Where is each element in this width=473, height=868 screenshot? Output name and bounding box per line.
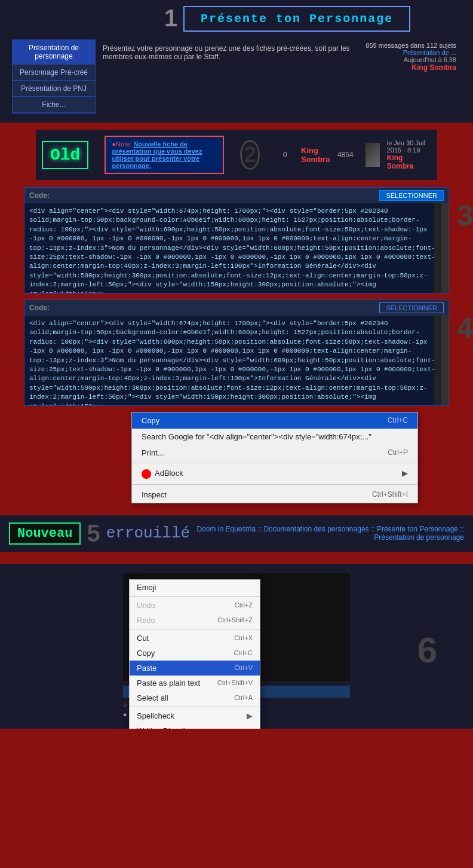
subforum-item-pre-cree[interactable]: Personnage Pré-créé <box>13 65 95 81</box>
code-block-3: Code: SÉLECTIONNER <div align="center"><… <box>24 187 449 294</box>
context-print-shortcut: Ctrl+P <box>388 448 408 457</box>
cm2-emoji-label: Emoji <box>137 583 156 592</box>
cm2-copy-shortcut: Ctrl+C <box>234 649 253 656</box>
section1-content: Présentation de personnage Personnage Pr… <box>12 39 461 114</box>
cm2-redo-shortcut: Ctrl+Shift+Z <box>217 616 253 624</box>
step4-number: 4 <box>457 311 473 344</box>
cm2-spellcheck[interactable]: Spellcheck ▶ <box>130 708 260 723</box>
cm2-div1 <box>130 596 260 597</box>
context-search-label: Search Google for "<div align="center"><… <box>142 432 371 441</box>
section3-wrapper: Code: SÉLECTIONNER <div align="center"><… <box>24 187 449 294</box>
post-count: 0 <box>276 151 294 159</box>
code-text-4: <div align="center"><div style="width:67… <box>29 320 435 405</box>
forum-stats: 859 messages dans 112 sujets <box>366 42 456 49</box>
opera-icon <box>142 469 151 479</box>
cm2-emoji[interactable]: Emoji <box>130 580 260 595</box>
subforum-list: Présentation de personnage Personnage Pr… <box>12 39 96 114</box>
select-btn-4[interactable]: SÉLECTIONNER <box>379 302 444 313</box>
context-inspect-shortcut: Ctrl+Shift+I <box>372 490 408 499</box>
subforum-item-presentation-personnage[interactable]: Présentation de personnage <box>13 40 95 65</box>
code-scrollbar-4[interactable] <box>434 316 441 405</box>
forum-title: Présente ton Personnage <box>201 12 393 26</box>
context-menu-4: Copy Ctrl+C Search Google for "<div alig… <box>131 412 418 503</box>
context-print-label: Print... <box>142 448 164 457</box>
code-text-3: <div align="center"><div style="width:67… <box>29 207 435 293</box>
section2: Old ●Note: Nouvelle fiche de présentatio… <box>36 130 437 180</box>
context-item-adblock[interactable]: AdBlock ▶ <box>132 465 417 482</box>
last-post-author[interactable]: King Sombra <box>411 63 456 72</box>
step5-number: 5 <box>87 520 100 547</box>
context-divider-2 <box>132 484 417 485</box>
breadcrumb[interactable]: Doom in Equestria :: Documentation des p… <box>196 525 464 542</box>
section6: Emoji Undo Ctrl+Z Redo Ctrl+Shift+Z Cut … <box>0 564 473 729</box>
note-label: ●Note: <box>112 140 133 148</box>
step6-number: 6 <box>417 629 437 671</box>
context-adblock-arrow: ▶ <box>402 469 408 479</box>
context-item-inspect[interactable]: Inspect Ctrl+Shift+I <box>132 487 417 503</box>
last-post-label: Présentation de ... <box>403 49 456 56</box>
post-author[interactable]: King Sombra <box>387 154 431 170</box>
cm2-cut-label: Cut <box>137 634 149 643</box>
avatar <box>366 143 380 167</box>
separator2 <box>0 180 473 187</box>
old-badge: Old <box>42 141 88 169</box>
section4-wrapper: Code: SÉLECTIONNER <div align="center"><… <box>24 299 449 503</box>
section2-inner: Old ●Note: Nouvelle fiche de présentatio… <box>42 136 431 174</box>
cm2-undo-label: Undo <box>137 601 155 610</box>
nouveau-badge: Nouveau <box>9 522 81 545</box>
cm2-select-all[interactable]: Select all Ctrl+A <box>130 690 260 705</box>
context-copy-label: Copy <box>142 416 159 425</box>
section1: 1 Présente ton Personnage Présentation d… <box>0 0 473 123</box>
note-box: ●Note: Nouvelle fiche de présentation qu… <box>105 136 224 174</box>
cm2-select-all-label: Select all <box>137 693 168 702</box>
context-adblock-label: AdBlock <box>142 469 183 479</box>
step2-number: 2 <box>240 140 260 170</box>
step1-number: 1 <box>164 6 177 30</box>
cm2-cut[interactable]: Cut Ctrl+X <box>130 631 260 646</box>
separator1 <box>0 123 473 130</box>
code-header-4: Code: SÉLECTIONNER <box>24 300 449 316</box>
cm2-paste-label: Paste <box>137 664 156 673</box>
forum-description: Présentez votre personnage ou prenez une… <box>96 39 361 114</box>
select-btn-3[interactable]: SÉLECTIONNER <box>379 190 444 201</box>
cm2-writing-direction[interactable]: Writing Direction ▶ <box>130 723 260 729</box>
context-divider-1 <box>132 463 417 463</box>
code-label-4: Code: <box>29 304 50 312</box>
context-inspect-label: Inspect <box>142 490 167 499</box>
poster-name[interactable]: King Sombra <box>301 146 330 164</box>
step3-number: 3 <box>457 199 473 232</box>
cm2-paste-shortcut: Ctrl+V <box>234 664 253 671</box>
code-scrollbar-3[interactable] <box>434 203 441 293</box>
cm2-cut-shortcut: Ctrl+X <box>234 634 253 641</box>
post-meta: le Jeu 30 Juil 2015 - 8:19 King Sombra <box>387 139 431 170</box>
cm2-div3 <box>130 707 260 707</box>
cm2-writing-direction-label: Writing Direction <box>137 726 194 729</box>
cm2-copy-label: Copy <box>137 649 155 658</box>
section6-inner: Emoji Undo Ctrl+Z Redo Ctrl+Shift+Z Cut … <box>123 573 350 719</box>
verrouille-text: errouillé <box>106 524 190 542</box>
cm2-paste-plain-label: Paste as plain text <box>137 678 200 687</box>
context-copy-shortcut: Ctrl+C <box>388 416 408 425</box>
cm2-paste-plain-shortcut: Ctrl+Shift+V <box>217 679 253 686</box>
code-block-4: Code: SÉLECTIONNER <div align="center"><… <box>24 299 449 406</box>
context-item-search[interactable]: Search Google for "<div align="center"><… <box>132 429 417 445</box>
code-content-4: <div align="center"><div style="width:67… <box>24 316 449 405</box>
code-label-3: Code: <box>29 191 50 200</box>
forum-stats-col: 859 messages dans 112 sujets Présentatio… <box>361 39 461 114</box>
post-date: le Jeu 30 Juil 2015 - 8:19 <box>387 139 431 154</box>
code-content-3: <div align="center"><div style="width:67… <box>24 203 449 293</box>
cm2-spellcheck-arrow: ▶ <box>247 711 253 720</box>
last-post-date: Aujourd'hui à 6:38 <box>404 56 456 63</box>
separator4 <box>0 557 473 564</box>
context-item-copy[interactable]: Copy Ctrl+C <box>132 412 417 429</box>
cm2-paste-plain[interactable]: Paste as plain text Ctrl+Shift+V <box>130 676 260 690</box>
context-menu-6-container: Emoji Undo Ctrl+Z Redo Ctrl+Shift+Z Cut … <box>129 579 260 729</box>
cm2-writing-direction-arrow: ▶ <box>247 726 253 729</box>
cm2-undo[interactable]: Undo Ctrl+Z <box>130 598 260 613</box>
subforum-item-more[interactable]: Fiche... <box>13 97 95 113</box>
cm2-paste[interactable]: Paste Ctrl+V <box>130 661 260 676</box>
context-item-print[interactable]: Print... Ctrl+P <box>132 445 417 461</box>
subforum-item-pnj[interactable]: Présentation de PNJ <box>13 81 95 97</box>
cm2-copy[interactable]: Copy Ctrl+C <box>130 646 260 661</box>
cm2-redo[interactable]: Redo Ctrl+Shift+Z <box>130 613 260 628</box>
